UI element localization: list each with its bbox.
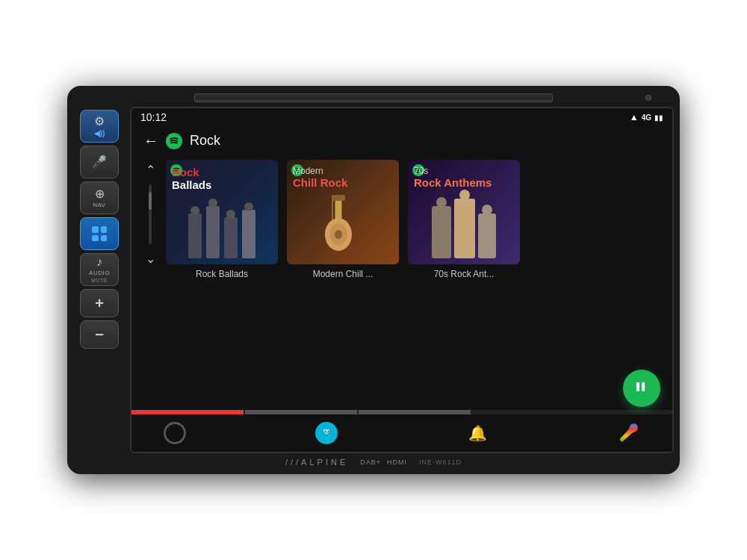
screen-content: ← Rock ⌃ [131,126,672,452]
google-mic-icon: 🎤 [619,423,639,443]
device-body: ⚙ ◀)) 🎤 ⊕ NAV ♪ AUDIO MUT [73,107,674,453]
sound-icon: ◀)) [94,129,105,137]
device-bottom-bar: ///ALPINE DAB+ HDMI INE-W611D [73,453,674,468]
nav-header: ← Rock [131,126,672,155]
playlist-name-rock-ballads: Rock Ballads [166,269,278,279]
waze-icon [315,422,338,444]
guitar-svg [313,191,373,258]
queen-figure [414,199,514,258]
play-fab-icon [634,379,649,398]
rock-ballads-overlay: Rock Ballads [166,160,278,264]
side-controls: ⚙ ◀)) 🎤 ⊕ NAV ♪ AUDIO MUT [73,107,125,453]
playlist-modern-chill-rock[interactable]: Modern Chill Rock [287,160,399,279]
brand-name: ///ALPINE [285,458,348,467]
playlist-name-chill-rock: Modern Chill ... [287,269,399,279]
page-title: Rock [190,133,220,149]
dab-label: DAB+ [360,458,381,466]
scroll-up-button[interactable]: ⌃ [146,163,155,177]
playlist-art-70s-rock: 70s Rock Anthems [408,160,520,264]
svg-point-11 [322,428,331,437]
home-icon [164,422,186,444]
audio-button[interactable]: ♪ AUDIO MUTE [80,253,119,286]
svg-rect-8 [332,195,345,201]
art-70s-label: 70s [414,166,514,176]
play-fab-button[interactable] [623,370,660,407]
navigation-icon: ⊕ [95,188,105,200]
voice-button[interactable]: 🎤 [616,420,642,447]
notification-button[interactable]: 🔔 [464,420,491,447]
grid-icon [92,226,107,241]
art-modern-label: Modern [293,166,393,176]
mute-label: MUTE [91,278,108,283]
art-rock-anthems-label: Rock Anthems [414,176,514,189]
nav-label: NAV [93,202,105,208]
hdmi-label: HDMI [387,458,407,466]
device-top-bar [73,93,674,102]
scroll-down-button[interactable]: ⌄ [146,252,155,266]
settings-icon: ⚙ [94,116,105,128]
70s-rock-overlay: 70s Rock Anthems [408,160,520,264]
svg-point-3 [335,230,342,239]
band-figure [172,206,272,258]
spec-labels: DAB+ HDMI [360,458,407,466]
main-screen: 10:12 ▲ 4G ▮▮ ← [130,107,674,453]
camera [645,95,651,101]
clock: 10:12 [140,111,167,123]
svg-point-15 [324,431,326,432]
playlist-name-70s-rock: 70s Rock Ant... [408,269,520,279]
bell-icon: 🔔 [468,424,487,442]
art-ballads-label: Ballads [172,178,272,191]
volume-up-icon: + [95,295,104,312]
playlists-grid: Rock Ballads [166,155,665,284]
home-button[interactable] [161,420,188,447]
playlist-70s-rock-anthems[interactable]: 70s Rock Anthems [408,160,520,279]
scroll-controls: ⌃ ⌄ [139,155,161,266]
car-head-unit: ⚙ ◀)) 🎤 ⊕ NAV ♪ AUDIO MUT [67,86,680,474]
svg-rect-10 [642,382,645,391]
cd-slot [194,93,553,102]
scroll-track [149,184,152,244]
audio-icon: ♪ [96,256,102,268]
status-bar: 10:12 ▲ 4G ▮▮ [131,108,672,126]
status-icons: ▲ 4G ▮▮ [630,112,663,122]
wifi-icon: ▲ [630,112,639,122]
bottom-navigation: 🔔 🎤 [131,414,672,452]
playlist-art-rock-ballads: Rock Ballads [166,160,278,264]
nav-button[interactable]: ⊕ NAV [80,181,119,214]
chill-rock-overlay: Modern Chill Rock [287,160,399,264]
battery-icon: ▮▮ [654,113,663,122]
model-label: INE-W611D [419,458,462,466]
scroll-thumb [149,192,152,210]
signal-label: 4G [642,113,651,122]
settings-button[interactable]: ⚙ ◀)) [80,110,119,143]
grid-button[interactable] [80,217,119,250]
waze-button[interactable] [313,420,340,447]
svg-rect-9 [636,382,639,391]
volume-up-button[interactable]: + [80,289,119,317]
back-button[interactable]: ← [143,132,158,149]
spotify-icon [166,133,182,149]
microphone-icon: 🎤 [92,156,107,168]
playlist-area: ⌃ ⌄ [131,155,672,410]
volume-down-button[interactable]: − [80,320,119,349]
audio-label: AUDIO [89,270,110,276]
mic-button[interactable]: 🎤 [80,146,119,178]
volume-down-icon: − [95,326,104,343]
playlist-rock-ballads[interactable]: Rock Ballads [166,160,278,279]
svg-point-16 [327,431,329,432]
art-rock-label: Rock [172,166,272,178]
art-chill-label: Chill Rock [293,176,393,189]
guitar-figure [293,191,393,258]
playlist-art-chill-rock: Modern Chill Rock [287,160,399,264]
svg-point-12 [323,435,326,438]
